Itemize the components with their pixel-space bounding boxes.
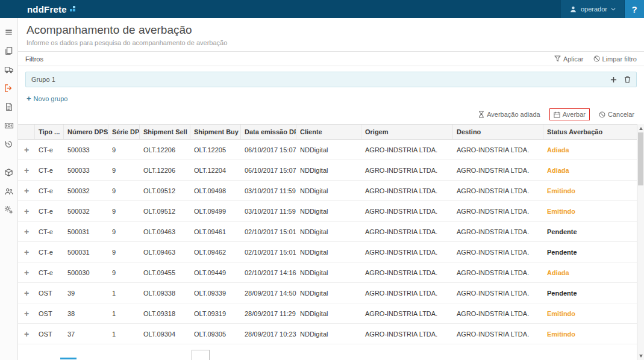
table-row[interactable]: +CT-e5000339OLT.12206OLT.1220406/10/2017…: [18, 160, 637, 181]
filter-group-actions: [610, 76, 631, 83]
cell-destino: AGRO-INDSTRIA LTDA.: [453, 167, 543, 174]
averbar-button[interactable]: Averbar: [549, 108, 590, 120]
table-row[interactable]: +CT-e5000319OLT.09463OLT.0946102/10/2017…: [18, 222, 637, 242]
help-label: ?: [631, 4, 637, 14]
table-row[interactable]: +OST371OLT.09304OLT.0930528/09/2017 10:2…: [18, 324, 637, 344]
apply-filter-button[interactable]: Aplicar: [554, 55, 584, 63]
sidebar-item-document[interactable]: [0, 98, 18, 116]
sidebar-item-truck[interactable]: [0, 60, 18, 79]
user-menu[interactable]: operador: [561, 0, 624, 18]
cell-shipment_buy: OLT.09499: [190, 208, 241, 215]
expand-row-icon[interactable]: +: [18, 309, 35, 318]
column-header[interactable]: [18, 125, 35, 139]
cell-origem: AGRO-INDSTRIA LTDA.: [361, 310, 453, 317]
expand-row-icon[interactable]: +: [18, 227, 35, 237]
help-button[interactable]: ?: [625, 0, 644, 18]
cell-tipo: CT-e: [35, 269, 64, 276]
table-row[interactable]: +CT-e5000329OLT.09512OLT.0949803/10/2017…: [18, 181, 637, 201]
cell-shipment_sell: OLT.09512: [140, 208, 190, 215]
expand-row-icon[interactable]: +: [18, 329, 35, 339]
cell-shipment_sell: OLT.09463: [140, 228, 190, 235]
cell-cliente: NDDigital: [296, 167, 361, 174]
cell-destino: AGRO-INDSTRIA LTDA.: [453, 310, 543, 317]
clear-filter-label: Limpar filtro: [602, 55, 637, 63]
new-group-button[interactable]: + Novo grupo: [27, 95, 67, 102]
cell-numero_dps: 38: [64, 310, 108, 317]
expand-row-icon[interactable]: +: [18, 288, 35, 298]
sidebar-item-settings-gears[interactable]: [0, 200, 18, 219]
column-header[interactable]: Shipment Sell: [140, 125, 190, 139]
cell-shipment_sell: OLT.09463: [140, 249, 190, 256]
sidebar-item-menu[interactable]: [0, 23, 18, 42]
column-header[interactable]: Origem: [361, 125, 453, 139]
main-content: Acompanhamento de averbação Informe os d…: [18, 18, 644, 360]
cancelar-button[interactable]: Cancelar: [599, 111, 634, 118]
table-row[interactable]: +OST391OLT.09338OLT.0933928/09/2017 14:5…: [18, 283, 637, 303]
cell-status: Emitindo: [543, 208, 637, 215]
column-header[interactable]: Data emissão DPS: [241, 125, 296, 139]
brand: nddFrete: [0, 0, 77, 18]
column-header[interactable]: Status Averbação: [543, 125, 637, 139]
column-header[interactable]: Shipment Buy: [190, 125, 241, 139]
clear-filter-button[interactable]: Limpar filtro: [593, 55, 637, 63]
cell-cliente: NDDigital: [296, 331, 361, 338]
sidebar-item-package[interactable]: [0, 163, 18, 182]
calendar-icon: [554, 111, 560, 118]
sidebar-item-invoice-money[interactable]: [0, 116, 18, 135]
table-row[interactable]: +OST381OLT.09318OLT.0931928/09/2017 11:2…: [18, 303, 637, 324]
add-filter-button[interactable]: [610, 76, 617, 83]
user-label: operador: [581, 5, 607, 13]
cell-cliente: NDDigital: [296, 187, 361, 194]
page-title: Acompanhamento de averbação: [27, 23, 636, 37]
sidebar-item-users[interactable]: [0, 182, 18, 200]
delete-group-button[interactable]: [624, 76, 631, 83]
cell-status: Pendente: [543, 290, 637, 297]
cell-tipo: CT-e: [35, 187, 64, 194]
column-header[interactable]: Cliente: [296, 125, 361, 139]
scroll-down-arrow-icon[interactable]: [637, 352, 644, 359]
scroll-thumb[interactable]: [638, 132, 643, 185]
cell-shipment_sell: OLT.09512: [140, 187, 190, 194]
cell-shipment_sell: OLT.09455: [140, 269, 190, 276]
cell-origem: AGRO-INDSTRIA LTDA.: [361, 146, 453, 154]
cell-serie_dps: 9: [108, 208, 140, 215]
cell-serie_dps: 9: [108, 187, 140, 194]
cell-status: Emitindo: [543, 310, 637, 317]
table-scrollbar[interactable]: [637, 124, 644, 360]
sidebar-item-averbacao-export[interactable]: [0, 79, 18, 98]
page-subtitle: Informe os dados para pesquisa do acompa…: [27, 39, 636, 46]
filter-group-panel[interactable]: Grupo 1: [25, 72, 637, 87]
pager-strip: [18, 347, 637, 360]
column-header[interactable]: Destino: [453, 125, 543, 139]
pager-active-page-indicator[interactable]: [60, 358, 77, 359]
page-header: Acompanhamento de averbação Informe os d…: [18, 18, 644, 51]
averbacao-adiada-button[interactable]: Averbação adiada: [478, 111, 540, 118]
cell-destino: AGRO-INDSTRIA LTDA.: [453, 269, 543, 276]
cell-serie_dps: 9: [108, 146, 140, 154]
ndd-logo-mark-icon: [70, 5, 77, 13]
cell-tipo: OST: [35, 290, 64, 297]
sidebar-item-history-clock[interactable]: [0, 135, 18, 154]
expand-row-icon[interactable]: +: [18, 186, 35, 196]
expand-row-icon[interactable]: +: [18, 247, 35, 257]
cell-status: Emitindo: [543, 187, 637, 194]
column-header[interactable]: Número DPS: [64, 125, 108, 139]
scroll-up-arrow-icon[interactable]: [637, 125, 644, 132]
expand-row-icon[interactable]: +: [18, 268, 35, 278]
table-row[interactable]: +CT-e5000329OLT.09512OLT.0949903/10/2017…: [18, 201, 637, 222]
cell-shipment_buy: OLT.09305: [190, 331, 241, 338]
table-row[interactable]: +CT-e5000319OLT.09463OLT.0946202/10/2017…: [18, 242, 637, 262]
settings-gears-icon: [4, 205, 13, 214]
column-header[interactable]: Tipo ...: [35, 125, 64, 139]
cell-origem: AGRO-INDSTRIA LTDA.: [361, 249, 453, 256]
sidebar-item-documents-copy[interactable]: [0, 42, 18, 60]
cell-tipo: OST: [35, 310, 64, 317]
column-header[interactable]: Série DPS: [108, 125, 140, 139]
chevron-down-icon: [611, 8, 616, 11]
table-row[interactable]: +CT-e5000339OLT.12206OLT.1220506/10/2017…: [18, 140, 637, 160]
expand-row-icon[interactable]: +: [18, 145, 35, 155]
expand-row-icon[interactable]: +: [18, 166, 35, 175]
expand-row-icon[interactable]: +: [18, 206, 35, 216]
page-size-select[interactable]: [192, 350, 210, 360]
table-row[interactable]: +CT-e5000309OLT.09455OLT.0944902/10/2017…: [18, 262, 637, 283]
